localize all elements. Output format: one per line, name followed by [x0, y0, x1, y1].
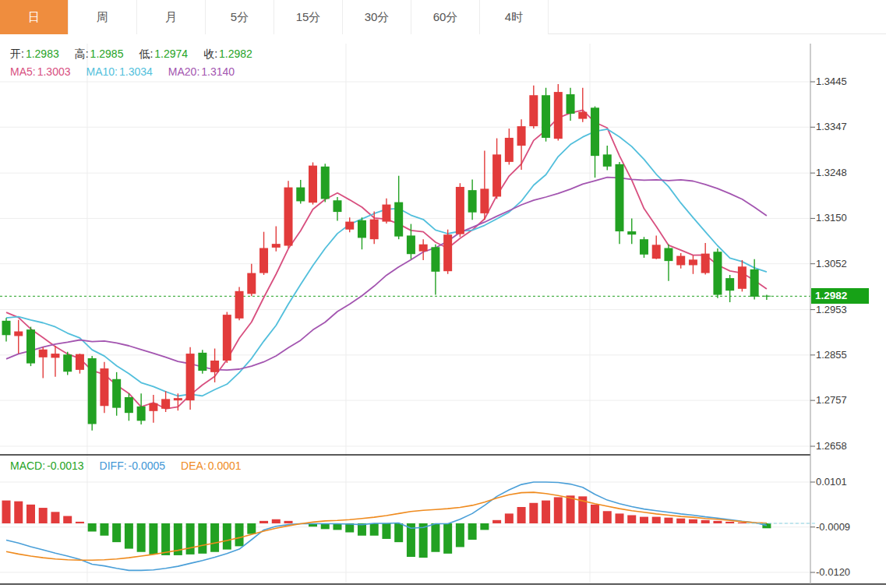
price-axis-label: 1.2658 — [816, 440, 847, 452]
tab-month[interactable]: 月 — [137, 0, 206, 34]
high-label: 高: — [75, 48, 89, 62]
tab-60min[interactable]: 60分 — [411, 0, 480, 34]
price-axis-label: 1.3052 — [816, 258, 847, 270]
dea-label: DEA: — [181, 459, 206, 472]
dea-value: 0.0001 — [208, 459, 242, 472]
ma10-label: MA10: — [86, 65, 118, 78]
tab-4hour[interactable]: 4时 — [480, 0, 549, 34]
open-value: 1.2983 — [26, 48, 59, 62]
ma-info-bar: MA5:1.3003 MA10:1.3034 MA20:1.3140 — [10, 65, 235, 78]
ma20-value: 1.3140 — [201, 65, 235, 78]
tab-5min[interactable]: 5分 — [206, 0, 274, 34]
price-axis-label: 1.3445 — [816, 76, 847, 88]
tab-week[interactable]: 周 — [69, 0, 137, 34]
ma5-label: MA5: — [10, 65, 36, 78]
price-axis-label: 1.2757 — [816, 394, 847, 407]
macd-axis-label: -0.0009 — [816, 521, 850, 533]
open-label: 开: — [10, 48, 24, 62]
timeframe-tabbar: 日周月5分15分30分60分4时 — [0, 0, 886, 34]
high-value: 1.2985 — [90, 48, 124, 62]
close-value: 1.2982 — [219, 48, 252, 62]
tab-day[interactable]: 日 — [0, 0, 69, 34]
ma10-value: 1.3034 — [119, 65, 153, 78]
diff-value: -0.0005 — [129, 459, 165, 472]
price-axis-label: 1.3347 — [816, 121, 847, 133]
ohlc-info-bar: 开:1.2983 高:1.2985 低:1.2974 收:1.2982 — [10, 48, 252, 62]
price-axis-label: 1.3150 — [816, 212, 847, 224]
ma20-label: MA20: — [168, 65, 199, 78]
macd-info-bar: MACD:-0.0013 DIFF:-0.0005 DEA:0.0001 — [10, 459, 242, 472]
macd-axis-label: 0.0101 — [816, 476, 847, 488]
tab-15min[interactable]: 15分 — [274, 0, 343, 34]
price-axis-label: 1.3248 — [816, 167, 847, 179]
low-label: 低: — [139, 48, 153, 62]
macd-value: -0.0013 — [47, 459, 83, 472]
macd-label: MACD: — [10, 459, 45, 472]
price-axis-label: 1.2855 — [816, 349, 847, 361]
chart-app: 日周月5分15分30分60分4时 开:1.2983 高:1.2985 低:1.2… — [0, 0, 886, 588]
current-price-tag: 1.2982 — [811, 288, 869, 304]
macd-axis-label: -0.0120 — [816, 566, 850, 579]
low-value: 1.2974 — [154, 48, 188, 62]
close-label: 收: — [203, 48, 217, 62]
tab-30min[interactable]: 30分 — [343, 0, 411, 34]
tabbar-filler — [549, 0, 886, 33]
price-axis-label: 1.2953 — [816, 304, 847, 316]
candlestick-chart-plot-area[interactable] — [0, 34, 886, 588]
ma5-value: 1.3003 — [37, 65, 71, 78]
diff-label: DIFF: — [100, 459, 127, 472]
